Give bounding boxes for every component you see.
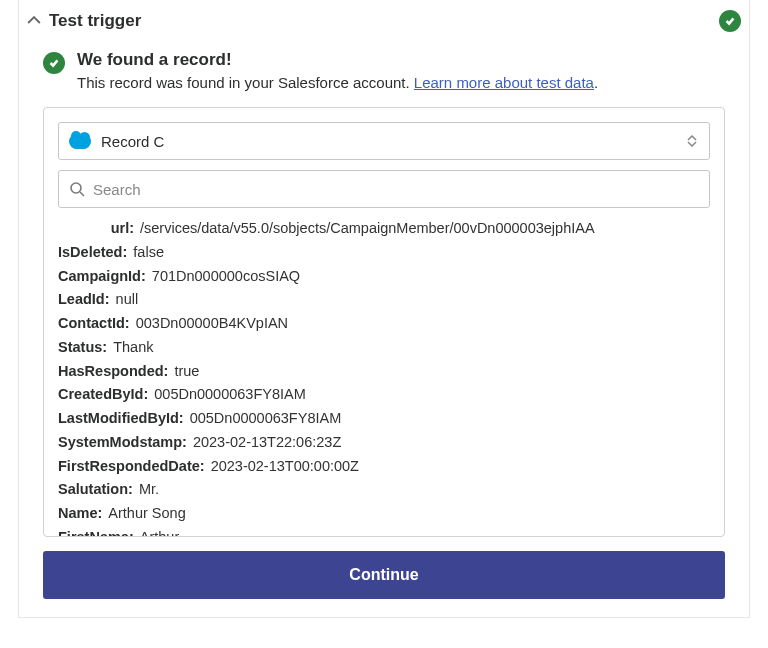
continue-button-label: Continue xyxy=(349,566,418,584)
field-row: ContactId:003Dn00000B4KVpIAN xyxy=(58,313,710,335)
learn-more-link[interactable]: Learn more about test data xyxy=(414,74,594,91)
field-key: FirstRespondedDate: xyxy=(58,456,207,478)
field-row: CreatedById:005Dn0000063FY8IAM xyxy=(58,384,710,406)
field-row: IsDeleted:false xyxy=(58,242,710,264)
field-value: Arthur Song xyxy=(104,503,185,525)
field-key: LeadId: xyxy=(58,289,112,311)
field-value: Mr. xyxy=(135,479,159,501)
field-value: Thank xyxy=(109,337,153,359)
found-record-banner: We found a record! This record was found… xyxy=(19,50,749,107)
found-desc-suffix: . xyxy=(594,74,598,91)
svg-point-0 xyxy=(71,183,81,193)
field-value: /services/data/v55.0/sobjects/CampaignMe… xyxy=(136,218,595,240)
field-value: 2023-02-13T00:00:00Z xyxy=(207,456,359,478)
field-row: LastModifiedById:005Dn0000063FY8IAM xyxy=(58,408,710,430)
record-select-label: Record C xyxy=(101,133,685,150)
field-key: SystemModstamp: xyxy=(58,432,189,454)
field-value: 701Dn000000cosSIAQ xyxy=(148,266,300,288)
found-desc-prefix: This record was found in your Salesforce… xyxy=(77,74,414,91)
record-fields-list: url:/services/data/v55.0/sobjects/Campai… xyxy=(44,218,724,536)
panel-header[interactable]: Test trigger xyxy=(19,0,749,50)
record-data-box: Record C url:/services/data/v55.0/sobjec… xyxy=(43,107,725,537)
found-title: We found a record! xyxy=(77,50,598,70)
field-key: Status: xyxy=(58,337,109,359)
search-icon xyxy=(69,181,85,197)
continue-button[interactable]: Continue xyxy=(43,551,725,599)
field-key: Salutation: xyxy=(58,479,135,501)
field-value: 005Dn0000063FY8IAM xyxy=(186,408,342,430)
panel-title: Test trigger xyxy=(49,11,719,31)
salesforce-icon xyxy=(69,134,91,149)
field-row: url:/services/data/v55.0/sobjects/Campai… xyxy=(58,218,710,240)
field-row: Salutation:Mr. xyxy=(58,479,710,501)
field-row: FirstRespondedDate:2023-02-13T00:00:00Z xyxy=(58,456,710,478)
field-key: Name: xyxy=(58,503,104,525)
field-key: url: xyxy=(58,218,136,240)
field-value: null xyxy=(112,289,139,311)
field-row: Status:Thank xyxy=(58,337,710,359)
field-key: CreatedById: xyxy=(58,384,150,406)
field-row: SystemModstamp:2023-02-13T22:06:23Z xyxy=(58,432,710,454)
field-key: ContactId: xyxy=(58,313,132,335)
field-value: 005Dn0000063FY8IAM xyxy=(150,384,306,406)
select-updown-icon xyxy=(685,132,699,150)
test-trigger-panel: Test trigger We found a record! This rec… xyxy=(18,0,750,618)
field-row: Name:Arthur Song xyxy=(58,503,710,525)
check-icon xyxy=(43,52,65,74)
field-row: CampaignId:701Dn000000cosSIAQ xyxy=(58,266,710,288)
chevron-up-icon xyxy=(27,14,41,28)
field-key: IsDeleted: xyxy=(58,242,129,264)
field-key: HasResponded: xyxy=(58,361,170,383)
field-value: 003Dn00000B4KVpIAN xyxy=(132,313,288,335)
field-row: FirstName:Arthur xyxy=(58,527,710,536)
status-success-icon xyxy=(719,10,741,32)
field-row: LeadId:null xyxy=(58,289,710,311)
field-key: FirstName: xyxy=(58,527,136,536)
field-value: false xyxy=(129,242,164,264)
record-select-dropdown[interactable]: Record C xyxy=(58,122,710,160)
svg-line-1 xyxy=(80,192,84,196)
found-description: This record was found in your Salesforce… xyxy=(77,74,598,91)
field-value: Arthur xyxy=(136,527,180,536)
field-row: HasResponded:true xyxy=(58,361,710,383)
field-value: 2023-02-13T22:06:23Z xyxy=(189,432,341,454)
field-key: LastModifiedById: xyxy=(58,408,186,430)
field-value: true xyxy=(170,361,199,383)
search-box[interactable] xyxy=(58,170,710,208)
field-key: CampaignId: xyxy=(58,266,148,288)
search-input[interactable] xyxy=(93,181,699,198)
found-text: We found a record! This record was found… xyxy=(77,50,598,91)
